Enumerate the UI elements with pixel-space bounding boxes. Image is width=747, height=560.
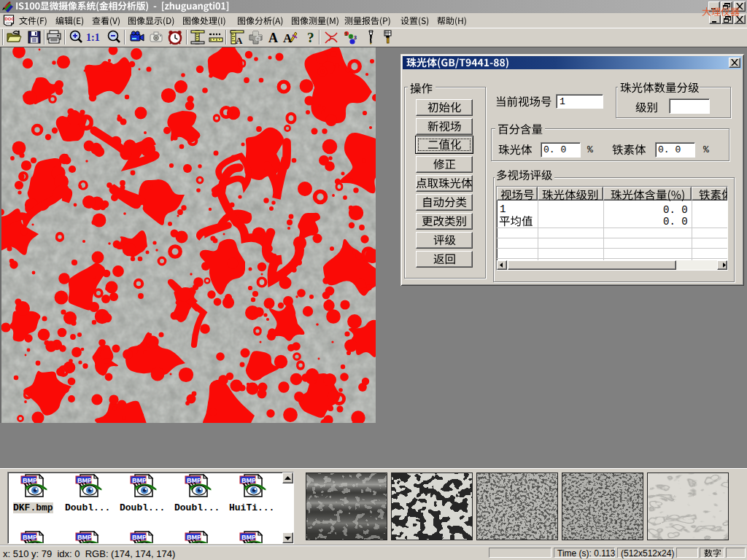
svg-text:A: A — [268, 31, 278, 45]
svg-text:A: A — [236, 35, 243, 45]
svg-text:DOC: DOC — [5, 17, 15, 21]
svg-text:1:1: 1:1 — [86, 32, 100, 43]
svg-text:A: A — [283, 31, 293, 45]
svg-text:?: ? — [307, 30, 314, 45]
svg-text:1: 1 — [344, 31, 347, 36]
svg-text:3: 3 — [354, 35, 357, 40]
svg-text:2: 2 — [349, 34, 352, 39]
